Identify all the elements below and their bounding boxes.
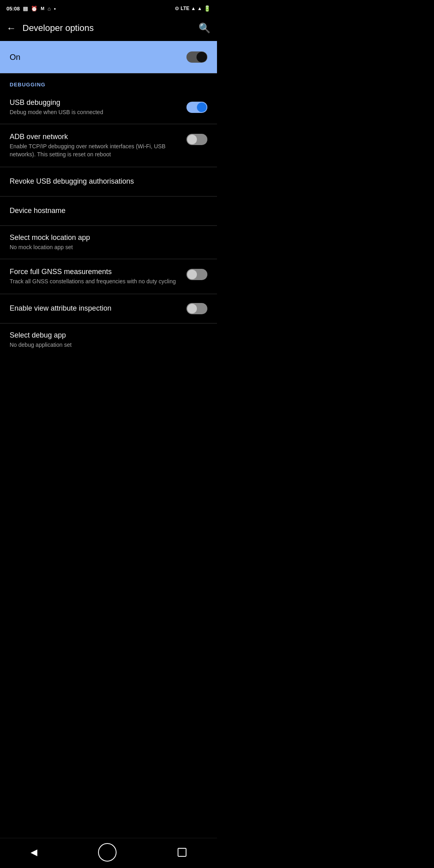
usb-debugging-toggle[interactable]	[186, 102, 207, 113]
view-attribute-toggle[interactable]	[186, 303, 207, 314]
mock-location-subtitle: No mock location app set	[10, 244, 201, 252]
gnss-toggle[interactable]	[186, 269, 207, 280]
adb-over-network-toggle[interactable]	[186, 134, 207, 145]
adb-toggle-thumb	[187, 135, 197, 144]
select-debug-app-item[interactable]: Select debug app No debug application se…	[0, 323, 217, 356]
status-right: ⊙ LTE ▲ ▲ 🔋	[175, 5, 211, 12]
dot-icon: •	[54, 6, 56, 12]
device-hostname-title: Device hostname	[10, 206, 201, 215]
battery-icon: 🔋	[204, 5, 211, 12]
debugging-section: DEBUGGING USB debugging Debug mode when …	[0, 74, 217, 356]
message-icon: ▤	[23, 6, 28, 12]
adb-over-network-subtitle: Enable TCP/IP debugging over network int…	[10, 143, 180, 158]
revoke-usb-text: Revoke USB debugging authorisations	[10, 177, 201, 186]
search-icon: 🔍	[199, 23, 211, 33]
usb-debugging-title: USB debugging	[10, 98, 180, 107]
view-attribute-title: Enable view attribute inspection	[10, 304, 180, 313]
gnss-item[interactable]: Force full GNSS measurements Track all G…	[0, 259, 217, 294]
debugging-section-header: DEBUGGING	[0, 74, 217, 91]
view-attribute-text: Enable view attribute inspection	[10, 304, 180, 313]
gnss-toggle-thumb	[187, 270, 197, 279]
mock-location-title: Select mock location app	[10, 233, 201, 242]
signal2-icon: ▲	[197, 6, 202, 11]
select-debug-app-text: Select debug app No debug application se…	[10, 331, 201, 349]
revoke-usb-item[interactable]: Revoke USB debugging authorisations	[0, 167, 217, 196]
alarm-icon: ⏰	[31, 6, 37, 12]
back-button[interactable]: ←	[6, 23, 16, 34]
developer-on-toggle[interactable]	[186, 51, 207, 63]
toolbar: ← Developer options 🔍	[0, 15, 217, 41]
select-debug-app-title: Select debug app	[10, 331, 201, 340]
mock-location-text: Select mock location app No mock locatio…	[10, 233, 201, 252]
view-attribute-toggle-thumb	[187, 304, 197, 313]
developer-on-label: On	[10, 53, 20, 62]
device-hostname-item[interactable]: Device hostname	[0, 197, 217, 225]
status-time: 05:08	[6, 6, 20, 12]
usb-debugging-item[interactable]: USB debugging Debug mode when USB is con…	[0, 91, 217, 124]
home-icon: ⌂	[47, 6, 51, 12]
select-debug-app-subtitle: No debug application set	[10, 341, 201, 349]
back-arrow-icon: ←	[6, 23, 16, 34]
settings-content: DEBUGGING USB debugging Debug mode when …	[0, 74, 217, 389]
usb-debugging-text: USB debugging Debug mode when USB is con…	[10, 98, 180, 117]
adb-over-network-title: ADB over network	[10, 132, 180, 141]
usb-debugging-subtitle: Debug mode when USB is connected	[10, 108, 180, 117]
status-left: 05:08 ▤ ⏰ M ⌂ •	[6, 6, 56, 12]
view-attribute-item[interactable]: Enable view attribute inspection	[0, 294, 217, 323]
developer-on-banner[interactable]: On	[0, 41, 217, 73]
toggle-thumb	[197, 52, 207, 62]
mock-location-item[interactable]: Select mock location app No mock locatio…	[0, 226, 217, 259]
device-hostname-text: Device hostname	[10, 206, 201, 215]
gnss-title: Force full GNSS measurements	[10, 267, 180, 276]
search-button[interactable]: 🔍	[199, 23, 211, 34]
signal-icon: ▲	[191, 6, 196, 11]
adb-over-network-text: ADB over network Enable TCP/IP debugging…	[10, 132, 180, 159]
lte-label: LTE	[180, 6, 189, 11]
page-title: Developer options	[23, 23, 199, 33]
gnss-text: Force full GNSS measurements Track all G…	[10, 267, 180, 286]
usb-debugging-toggle-thumb	[197, 102, 207, 112]
adb-over-network-item[interactable]: ADB over network Enable TCP/IP debugging…	[0, 124, 217, 167]
revoke-usb-title: Revoke USB debugging authorisations	[10, 177, 201, 186]
gmail-icon: M	[41, 6, 44, 11]
gnss-subtitle: Track all GNSS constellations and freque…	[10, 278, 180, 286]
status-bar: 05:08 ▤ ⏰ M ⌂ • ⊙ LTE ▲ ▲ 🔋	[0, 0, 217, 15]
wifi-icon: ⊙	[175, 6, 179, 11]
